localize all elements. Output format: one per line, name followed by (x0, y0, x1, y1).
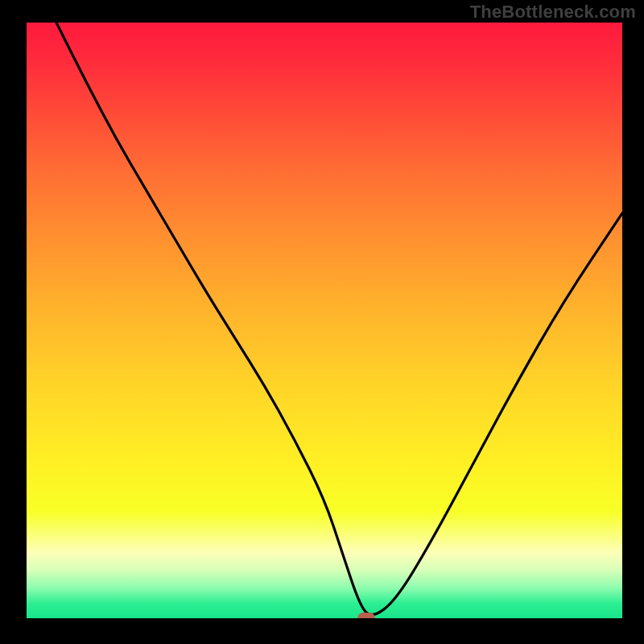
chart-frame: TheBottleneck.com (0, 0, 644, 644)
optimal-point-marker (357, 613, 375, 618)
bottleneck-curve (27, 23, 622, 618)
watermark-text: TheBottleneck.com (470, 2, 636, 23)
plot-area (27, 23, 622, 618)
